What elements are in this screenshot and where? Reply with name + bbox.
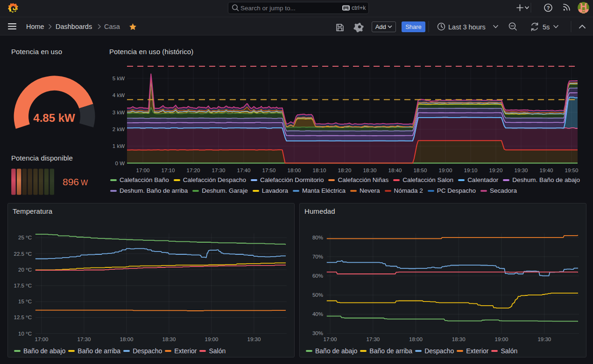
svg-text:17:00: 17:00: [35, 336, 49, 342]
svg-text:17:30: 17:30: [78, 336, 91, 342]
svg-text:19:40: 19:40: [540, 168, 553, 173]
svg-text:40%: 40%: [312, 311, 323, 317]
svg-text:17:50: 17:50: [262, 168, 276, 173]
svg-text:896W: 896W: [63, 176, 88, 187]
svg-text:17:40: 17:40: [237, 168, 251, 173]
svg-text:17:30: 17:30: [212, 168, 226, 173]
svg-text:17:30: 17:30: [366, 336, 380, 342]
svg-text:18:00: 18:00: [120, 336, 134, 342]
svg-text:4 kW: 4 kW: [113, 92, 125, 98]
svg-text:3 kW: 3 kW: [113, 110, 125, 115]
svg-text:19:00: 19:00: [205, 336, 219, 342]
svg-text:19:30: 19:30: [537, 336, 551, 342]
svg-text:19:30: 19:30: [247, 336, 261, 342]
svg-text:30%: 30%: [312, 330, 323, 336]
svg-text:19:50: 19:50: [565, 168, 579, 173]
svg-text:19:20: 19:20: [489, 168, 503, 173]
svg-text:15 °C: 15 °C: [18, 299, 32, 304]
svg-text:19:00: 19:00: [439, 168, 452, 173]
svg-text:80%: 80%: [312, 235, 323, 240]
svg-text:25 °C: 25 °C: [18, 235, 32, 240]
svg-text:17:00: 17:00: [136, 168, 150, 173]
svg-text:17:10: 17:10: [162, 168, 175, 173]
svg-text:?: ?: [547, 5, 550, 11]
svg-text:19:10: 19:10: [464, 168, 478, 173]
svg-text:10 °C: 10 °C: [18, 331, 32, 336]
svg-text:19:00: 19:00: [495, 336, 508, 342]
svg-text:18:40: 18:40: [388, 168, 402, 173]
svg-text:0 W: 0 W: [115, 161, 125, 166]
svg-text:18:00: 18:00: [288, 168, 301, 173]
svg-text:18:50: 18:50: [414, 168, 427, 173]
svg-text:19:30: 19:30: [515, 168, 528, 173]
svg-text:17:20: 17:20: [187, 168, 200, 173]
svg-text:17:00: 17:00: [324, 336, 337, 342]
svg-text:60%: 60%: [312, 273, 323, 279]
svg-text:1 kW: 1 kW: [113, 143, 125, 149]
svg-text:5 kW: 5 kW: [113, 76, 125, 81]
svg-text:4.85 kW: 4.85 kW: [33, 112, 75, 124]
svg-text:18:30: 18:30: [363, 168, 377, 173]
svg-text:70%: 70%: [312, 254, 323, 259]
svg-text:22.5 °C: 22.5 °C: [14, 251, 32, 257]
svg-text:12.5 °C: 12.5 °C: [14, 315, 32, 320]
svg-text:18:10: 18:10: [313, 168, 326, 173]
svg-text:18:00: 18:00: [409, 336, 423, 342]
svg-text:18:30: 18:30: [452, 336, 466, 342]
svg-text:18:20: 18:20: [338, 168, 352, 173]
svg-text:20 °C: 20 °C: [18, 267, 32, 273]
svg-text:2 kW: 2 kW: [113, 126, 125, 132]
svg-text:18:30: 18:30: [162, 336, 176, 342]
svg-text:50%: 50%: [312, 292, 323, 298]
svg-text:17.5 °C: 17.5 °C: [14, 283, 32, 288]
